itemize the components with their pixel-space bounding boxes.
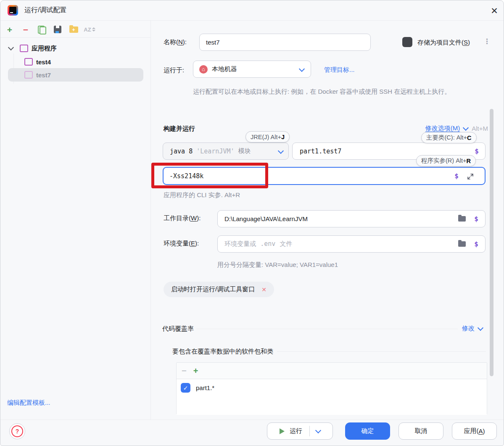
coverage-table-toolbar: − + [177,363,487,379]
browse-folder-icon[interactable] [458,241,466,247]
tree-node-label: test7 [36,71,51,79]
store-as-project-file-label: 存储为项目文件(S) [417,39,470,47]
name-label: 名称(N): [164,38,187,46]
env-vars-input[interactable]: 环境变量或 .env 文件 $ [217,235,486,253]
new-folder-icon: + [69,26,78,33]
sort-az-icon: AZ [84,26,91,33]
main-class-value: part1.test7 [300,148,341,155]
run-target-value: 本地机器 [212,65,237,73]
vertical-scrollbar-thumb[interactable] [490,109,493,376]
chevron-down-icon [299,66,305,72]
jre-shortcut-badge: JRE(J) Alt+J [245,131,290,143]
chevron-down-icon [463,124,469,130]
plus-icon: + [7,25,12,34]
chevron-down-icon [278,148,284,154]
browse-folder-icon[interactable] [458,216,466,222]
jre-jdk-value: java 8 [170,148,193,155]
tree-node-test4[interactable]: test4 [24,55,51,68]
local-machine-icon: ⌂ [199,65,208,74]
cancel-button[interactable]: 取消 [398,422,443,440]
insert-macro-icon[interactable]: $ [474,215,478,223]
store-as-project-file-checkbox[interactable] [402,37,412,47]
insert-macro-icon[interactable]: $ [474,240,478,248]
tag-label: 启动时打开运行/调试工具窗口 [171,285,255,293]
coverage-divider [196,329,458,329]
run-debug-config-dialog: 运行/调试配置 ✕ + − + AZ 应用程序 [0,0,504,446]
add-pattern-icon[interactable]: + [193,366,198,376]
application-type-icon [24,71,33,79]
toolbar-divider [0,37,151,38]
cli-args-hint: 应用程序的 CLI 实参. Alt+R [164,191,240,199]
config-toolbar: + − + AZ [3,21,96,37]
pattern-checkbox[interactable]: ✓ [181,383,190,393]
dialog-title: 运行/调试配置 [24,6,66,15]
copy-config-button[interactable] [35,23,48,36]
sort-configs-button[interactable]: AZ [83,23,96,36]
name-input[interactable]: test7 [199,34,371,51]
ok-button[interactable]: 确定 [345,422,390,440]
env-vars-label: 环境变量(E): [164,240,199,248]
env-placeholder: 环境变量或 .env 文件 [224,240,292,248]
close-icon: ✕ [491,6,498,16]
application-type-icon [24,58,33,66]
workdir-label: 工作目录(W): [164,214,201,222]
new-folder-button[interactable]: + [67,23,80,36]
edit-config-templates-link[interactable]: 编辑配置模板... [7,399,50,407]
coverage-section-title: 代码覆盖率 [162,325,194,333]
coverage-include-divider [277,351,486,352]
open-tool-window-tag: 启动时打开运行/调试工具窗口 ✕ [164,282,274,297]
remove-pattern-icon[interactable]: − [182,366,187,376]
kebab-menu-icon[interactable]: ⋮ [483,40,491,43]
play-icon [280,428,285,434]
modify-options-area: 修改选项(M) Alt+M [362,124,488,132]
tree-node-label: test4 [36,58,51,66]
apply-button[interactable]: 应用(A) [452,422,497,440]
run-target-hint: 运行配置可以在本地或目标上执行: 例如，在 Docker 容器中或使用 SSH … [193,86,492,97]
run-split-button[interactable]: 运行 [267,422,333,440]
close-button[interactable]: ✕ [486,4,502,18]
check-icon: ✓ [183,385,188,391]
pattern-value: part1.* [196,384,214,391]
help-button[interactable]: ? [9,423,25,439]
intellij-logo-icon [8,5,18,16]
workdir-input[interactable]: D:\Language\JAVA\LearnJVM $ [217,210,486,227]
jre-combobox[interactable]: java 8 'LearnJVM' 模块 [163,143,289,160]
modify-options-shortcut: Alt+M [472,125,488,132]
coverage-modify-area: 修改 [462,325,483,333]
program-args-shortcut-badge: 程序实参(R) Alt+R [416,155,476,166]
run-target-combobox[interactable]: ⌂ 本地机器 [193,61,311,78]
chevron-down-icon[interactable] [8,45,14,50]
insert-macro-icon[interactable]: $ [475,147,479,155]
add-config-button[interactable]: + [3,23,16,36]
program-arguments-input[interactable]: -Xss2148k $ [163,167,486,185]
minus-icon: − [23,25,28,34]
jre-suffix: 模块 [238,147,251,155]
sort-arrows-icon [92,27,95,32]
name-value: test7 [206,39,220,46]
modify-options-link[interactable]: 修改选项(M) [425,124,460,132]
titlebar-divider [0,20,504,21]
chevron-down-icon [478,325,483,330]
program-arguments-value: -Xss2148k [169,172,203,180]
remove-tag-icon[interactable]: ✕ [261,286,267,293]
coverage-table: − + ✓ part1.* [176,362,487,414]
coverage-pattern-row[interactable]: ✓ part1.* [177,379,487,415]
coverage-modify-link[interactable]: 修改 [462,325,475,333]
save-icon [54,26,61,33]
tree-node-applications[interactable]: 应用程序 [9,42,57,55]
env-vars-hint: 用分号分隔变量: VAR=value; VAR1=value1 [217,261,338,269]
run-button-label: 运行 [290,427,302,435]
expand-field-icon[interactable] [467,173,474,182]
insert-macro-icon[interactable]: $ [454,172,459,180]
panel-divider [150,21,151,420]
chevron-down-icon[interactable] [315,427,321,433]
remove-config-button[interactable]: − [19,23,32,36]
manage-targets-link[interactable]: 管理目标... [324,66,355,74]
workdir-value: D:\Language\JAVA\LearnJVM [224,215,308,222]
tree-node-test7-selected[interactable]: test7 [8,68,143,82]
split-divider [309,426,310,436]
save-config-button[interactable] [51,23,64,36]
tree-node-label: 应用程序 [32,45,57,53]
build-run-section-title: 构建并运行 [164,125,195,133]
main-class-shortcut-badge: 主要类(C): Alt+C [421,132,477,143]
